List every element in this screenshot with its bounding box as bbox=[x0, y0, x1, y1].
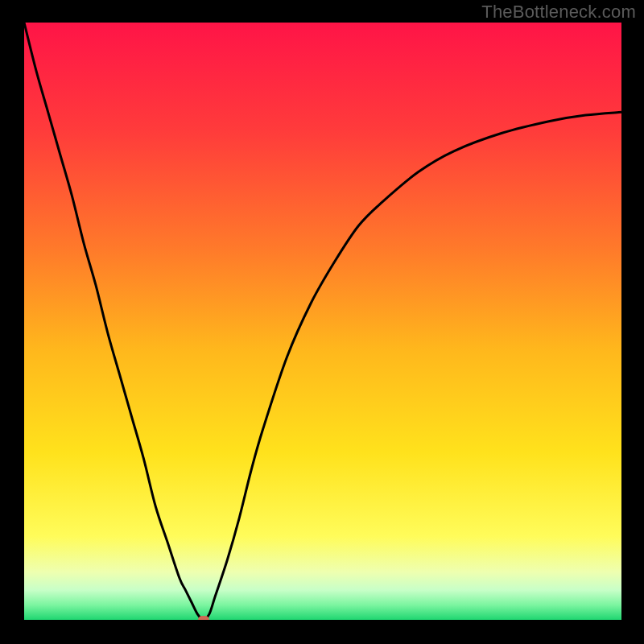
watermark-text: TheBottleneck.com bbox=[481, 2, 636, 23]
plot-area bbox=[24, 23, 621, 620]
chart-frame: TheBottleneck.com bbox=[0, 0, 644, 644]
min-marker bbox=[198, 616, 209, 620]
bottleneck-curve bbox=[24, 23, 621, 620]
